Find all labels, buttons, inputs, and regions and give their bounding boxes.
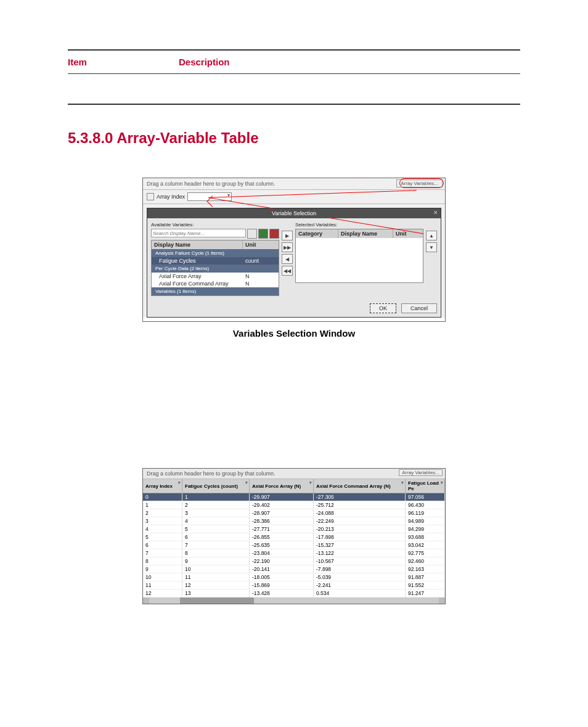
filter-icon[interactable]: ▾ (178, 480, 181, 485)
dialog-title: Variable Selection (272, 210, 316, 216)
group-variables[interactable]: Variables (1 items) (152, 287, 279, 295)
def-col-item: Item (68, 57, 179, 67)
group-hint-bar: Drag a column header here to group by th… (143, 469, 445, 479)
section-title: 5.3.8.0 Array-Variable Table (68, 129, 520, 147)
move-all-left-button[interactable]: ◀◀ (282, 266, 293, 276)
table-row[interactable]: 23-28.907-24.08896.119 (143, 509, 445, 517)
col-array-index: Array Index▾ (143, 479, 182, 493)
group-hint-bar: Drag a column header here to group by th… (143, 178, 445, 190)
group-percycle[interactable]: Per Cycle Data (2 items) (152, 265, 279, 273)
table-row[interactable]: 67-25.635-15.32793.042 (143, 541, 445, 549)
sel-th-display[interactable]: Display Name (338, 229, 393, 238)
table-row[interactable]: 12-29.402-25.71296.430 (143, 501, 445, 509)
search-icon[interactable] (247, 229, 257, 239)
definition-header: Item Description (68, 51, 520, 73)
filter-icon[interactable] (147, 193, 154, 200)
table-row[interactable]: 34-28.386-22.24994.989 (143, 517, 445, 525)
move-up-button[interactable]: ▲ (426, 231, 437, 240)
col-fatigue-load-pe: Fatigue Load Pe▾ (406, 479, 445, 493)
array-index-label: Array Index (157, 194, 185, 200)
tree-row[interactable]: Axial Force Array N (152, 273, 279, 280)
col-axial-force-array: Axial Force Array (N)▾ (250, 479, 314, 493)
collapse-all-button[interactable] (269, 229, 279, 239)
array-variables-button[interactable]: Array Variables... (399, 469, 443, 476)
col-fatigue-cycles: Fatigue Cycles (count)▾ (182, 479, 250, 493)
move-down-button[interactable]: ▼ (426, 242, 437, 252)
move-right-button[interactable]: ▶ (282, 231, 293, 240)
filter-icon[interactable]: ▾ (401, 480, 404, 485)
move-all-right-button[interactable]: ▶▶ (282, 242, 293, 252)
ok-button[interactable]: OK (370, 303, 396, 313)
available-label: Available Variables: (151, 222, 279, 228)
table-row[interactable]: 01-29.907-27.30597.056 (143, 493, 445, 501)
selected-table[interactable]: Category Display Name Unit (295, 229, 423, 283)
horizontal-scrollbar[interactable] (143, 598, 445, 604)
dialog-titlebar: Variable Selection ✕ (147, 208, 441, 218)
filter-icon[interactable]: ▾ (309, 480, 312, 485)
search-input[interactable] (151, 229, 246, 237)
variable-selection-dialog: Variable Selection ✕ Available Variables… (147, 208, 441, 318)
filter-icon[interactable]: ▾ (245, 480, 248, 485)
table-row[interactable]: 1011-18.005-5.03991.887 (143, 573, 445, 581)
move-left-button[interactable]: ◀ (282, 254, 293, 264)
col-axial-force-command: Axial Force Command Array (N)▾ (314, 479, 406, 493)
close-icon[interactable]: ✕ (433, 210, 438, 216)
table-row[interactable]: 1213-13.4280.53491.247 (143, 589, 445, 598)
rule-bottom (68, 104, 520, 105)
annotation-circle (399, 178, 444, 188)
available-tree[interactable]: Display Name Unit Analysis Failure Cycle… (151, 240, 279, 296)
table-row[interactable]: 89-22.190-10.56792.460 (143, 557, 445, 565)
def-col-description: Description (179, 57, 230, 67)
expand-all-button[interactable] (258, 229, 268, 239)
table-row[interactable]: 910-20.141-7.89892.163 (143, 565, 445, 573)
table-row[interactable]: 78-23.804-13.12292.775 (143, 549, 445, 557)
cancel-button[interactable]: Cancel (401, 303, 437, 313)
figure-caption: Variables Selection Window (68, 328, 520, 339)
annotation-line (208, 190, 417, 198)
variable-selection-figure: Drag a column header here to group by th… (142, 178, 446, 322)
sel-th-category[interactable]: Category (296, 229, 338, 238)
group-analysis[interactable]: Analysis Failure Cycle (1 items) (152, 249, 279, 257)
tree-row[interactable]: Axial Force Command Array N (152, 280, 279, 287)
th-unit[interactable]: Unit (243, 240, 279, 249)
table-row[interactable]: 56-26.855-17.89893.688 (143, 533, 445, 541)
filter-icon[interactable]: ▾ (441, 480, 443, 485)
table-row[interactable]: 45-27.771-20.21394.299 (143, 525, 445, 533)
data-grid[interactable]: Array Index▾ Fatigue Cycles (count)▾ Axi… (143, 479, 445, 598)
group-hint-text: Drag a column header here to group by th… (147, 181, 276, 187)
th-display-name[interactable]: Display Name (152, 240, 243, 249)
array-variable-grid-figure: Drag a column header here to group by th… (142, 468, 446, 604)
tree-row[interactable]: Fatigue Cycles count (152, 257, 279, 265)
table-row[interactable]: 1112-15.869-2.24191.552 (143, 581, 445, 589)
